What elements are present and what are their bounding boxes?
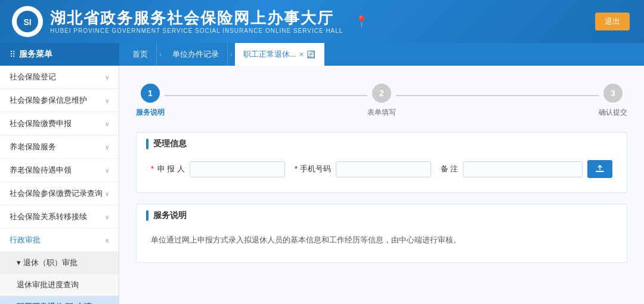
step-3: 3 确认提交 bbox=[599, 84, 627, 118]
header-right: 退出 bbox=[595, 13, 630, 30]
logo-icon: SI bbox=[12, 6, 43, 37]
phone-field: * 手机号码 bbox=[295, 161, 431, 177]
receive-info-section: 受理信息 * 申 报 人 * 手机号码 bbox=[136, 132, 627, 193]
tab-close-icon[interactable]: ✕ bbox=[299, 51, 304, 59]
header-logo: SI 湖北省政务服务社会保险网上办事大厅 HUBEI PROVINCE GOVE… bbox=[12, 6, 368, 37]
chevron-icon-7: ∨ bbox=[105, 214, 109, 220]
remark-label-text: 备 注 bbox=[441, 164, 459, 173]
title-bar-accent-2 bbox=[146, 210, 148, 221]
sidebar-label-social-insurance-reg: 社会保险登记 bbox=[10, 72, 56, 82]
navbar-menu[interactable]: ⠿ 服务菜单 bbox=[0, 43, 119, 66]
applicant-required-mark: * bbox=[151, 164, 154, 173]
applicant-field: * 申 报 人 bbox=[151, 161, 285, 177]
header-title: 湖北省政务服务社会保险网上办事大厅 HUBEI PROVINCE GOVERNM… bbox=[50, 9, 343, 34]
main-content: 1 服务说明 2 表单填写 3 确认提交 受理信息 bbox=[119, 66, 644, 304]
applicant-input[interactable] bbox=[190, 161, 285, 177]
step-1: 1 服务说明 bbox=[136, 84, 165, 118]
step-3-circle: 3 bbox=[603, 84, 623, 103]
title-bar-accent bbox=[146, 139, 148, 149]
applicant-label: * 申 报 人 bbox=[151, 164, 185, 174]
chevron-icon-2: ∨ bbox=[105, 97, 109, 104]
tab-retirement-apply-label: 职工正常退休... bbox=[243, 49, 296, 60]
step-1-label: 服务说明 bbox=[136, 108, 165, 118]
navbar: ⠿ 服务菜单 首页 › 单位办件记录 › 职工正常退休... ✕ 🔄 bbox=[0, 43, 644, 66]
upload-button[interactable] bbox=[587, 160, 612, 178]
receive-info-title-text: 受理信息 bbox=[153, 139, 187, 149]
chevron-icon-5: ∨ bbox=[105, 167, 109, 174]
tab-unit-records-label: 单位办件记录 bbox=[172, 49, 219, 60]
sidebar: 社会保险登记 ∨ 社会保险参保信息维护 ∨ 社会保险缴费申报 ∨ 养老保险服务 … bbox=[0, 66, 119, 304]
chevron-icon-6: ∨ bbox=[105, 191, 109, 197]
navbar-menu-label: 服务菜单 bbox=[19, 49, 52, 60]
sidebar-item-retirement-progress[interactable]: 退休审批进度查询 bbox=[0, 274, 119, 296]
tab-divider-2: › bbox=[230, 50, 233, 59]
receive-info-form-row: * 申 报 人 * 手机号码 备 注 bbox=[137, 155, 627, 183]
header-title-cn: 湖北省政务服务社会保险网上办事大厅 bbox=[50, 9, 343, 27]
step-1-circle: 1 bbox=[141, 84, 160, 103]
sidebar-item-admin-approve[interactable]: 行政审批 ∧ bbox=[0, 229, 119, 252]
service-desc-text: 单位通过网上申报方式录入拟退休人员的基本信息和工作经历等信息，由中心端进行审核。 bbox=[151, 233, 612, 247]
sidebar-item-pension-service[interactable]: 养老保险服务 ∨ bbox=[0, 136, 119, 159]
steps-bar: 1 服务说明 2 表单填写 3 确认提交 bbox=[136, 78, 627, 132]
sidebar-item-pension-apply[interactable]: 养老保险待遇申领 ∨ bbox=[0, 159, 119, 182]
layout: 社会保险登记 ∨ 社会保险参保信息维护 ∨ 社会保险缴费申报 ∨ 养老保险服务 … bbox=[0, 66, 644, 304]
step-line-1 bbox=[165, 95, 367, 96]
sidebar-label-pension-apply: 养老保险待遇申领 bbox=[10, 165, 72, 176]
sidebar-label-pension-service: 养老保险服务 bbox=[10, 142, 56, 152]
sidebar-item-social-insurance-reg[interactable]: 社会保险登记 ∨ bbox=[0, 66, 119, 89]
service-desc-title: 服务说明 bbox=[137, 204, 627, 227]
phone-label: * 手机号码 bbox=[295, 164, 331, 174]
sidebar-label-payment-report: 社会保险缴费申报 bbox=[10, 118, 72, 129]
step-3-label: 确认提交 bbox=[599, 108, 627, 118]
svg-text:SI: SI bbox=[23, 17, 31, 27]
sidebar-subgroup-retirement-approve[interactable]: ▾ 退休（职）审批 bbox=[0, 252, 119, 274]
tab-retirement-apply[interactable]: 职工正常退休... ✕ 🔄 bbox=[235, 43, 324, 66]
service-desc-title-text: 服务说明 bbox=[153, 210, 187, 221]
tab-home-label: 首页 bbox=[132, 49, 148, 60]
phone-label-text: * 手机号码 bbox=[295, 164, 331, 173]
step-2-circle: 2 bbox=[372, 84, 391, 103]
applicant-label-text: 申 报 人 bbox=[157, 164, 185, 173]
header-title-en: HUBEI PROVINCE GOVERNMENT SERVICE SOCIAL… bbox=[50, 27, 343, 34]
sidebar-subgroup-label: ▾ 退休（职）审批 bbox=[17, 258, 78, 267]
chevron-icon-1: ∨ bbox=[105, 74, 109, 81]
tab-home[interactable]: 首页 bbox=[124, 43, 157, 66]
navbar-tabs: 首页 › 单位办件记录 › 职工正常退休... ✕ 🔄 bbox=[119, 43, 329, 66]
tab-refresh-icon[interactable]: 🔄 bbox=[306, 50, 315, 59]
location-icon: 📍 bbox=[355, 15, 368, 28]
sidebar-label-admin-approve: 行政审批 bbox=[10, 235, 41, 245]
sidebar-label-insurance-info: 社会保险参保信息维护 bbox=[10, 95, 87, 106]
sidebar-item-payment-report[interactable]: 社会保险缴费申报 ∨ bbox=[0, 112, 119, 136]
sidebar-label-payment-query: 社会保险参保缴费记录查询 bbox=[10, 188, 103, 199]
remark-input[interactable] bbox=[463, 161, 583, 177]
sidebar-label-transfer: 社会保险关系转移接续 bbox=[10, 211, 87, 222]
receive-info-title: 受理信息 bbox=[137, 133, 627, 155]
service-desc-section: 服务说明 单位通过网上申报方式录入拟退休人员的基本信息和工作经历等信息，由中心端… bbox=[136, 204, 627, 263]
service-desc-content: 单位通过网上申报方式录入拟退休人员的基本信息和工作经历等信息，由中心端进行审核。 bbox=[137, 227, 627, 253]
logout-button[interactable]: 退出 bbox=[595, 13, 630, 30]
remark-label: 备 注 bbox=[441, 164, 459, 174]
sidebar-item-retirement-apply[interactable]: 职工正常退休(职)申请 bbox=[0, 296, 119, 304]
sidebar-item-insurance-info[interactable]: 社会保险参保信息维护 ∨ bbox=[0, 89, 119, 112]
step-2-label: 表单填写 bbox=[367, 108, 396, 118]
svg-rect-2 bbox=[596, 171, 604, 172]
sidebar-item-payment-query[interactable]: 社会保险参保缴费记录查询 ∨ bbox=[0, 182, 119, 205]
menu-grid-icon: ⠿ bbox=[10, 50, 16, 59]
remark-field: 备 注 bbox=[441, 160, 612, 178]
step-2: 2 表单填写 bbox=[367, 84, 396, 118]
chevron-icon-8: ∧ bbox=[105, 237, 109, 244]
phone-input[interactable] bbox=[336, 161, 431, 177]
step-line-2 bbox=[396, 95, 599, 96]
sidebar-item-label-retirement-progress: 退休审批进度查询 bbox=[17, 280, 79, 289]
tab-unit-records[interactable]: 单位办件记录 bbox=[164, 43, 228, 66]
chevron-icon-4: ∨ bbox=[105, 144, 109, 151]
tab-divider-1: › bbox=[159, 50, 162, 59]
chevron-icon-3: ∨ bbox=[105, 121, 109, 127]
sidebar-item-transfer[interactable]: 社会保险关系转移接续 ∨ bbox=[0, 205, 119, 229]
header: SI 湖北省政务服务社会保险网上办事大厅 HUBEI PROVINCE GOVE… bbox=[0, 0, 644, 43]
